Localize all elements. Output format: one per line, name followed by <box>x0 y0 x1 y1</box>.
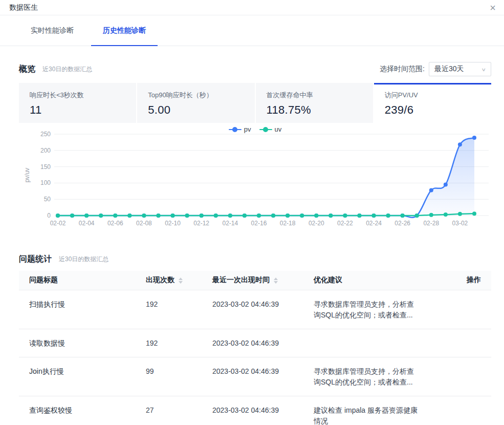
data-point-pv <box>472 136 476 140</box>
stat-card-3[interactable]: 访问PV/UV239/6 <box>374 83 491 123</box>
suggestion-text: 建议检查 impala 服务器资源健康情况 <box>314 405 419 425</box>
column-header-4: 操作 <box>435 271 491 290</box>
issue-count: 192 <box>146 329 212 357</box>
svg-text:02-26: 02-26 <box>395 220 410 227</box>
time-range-select[interactable]: 最近30天 ∨ <box>429 62 491 76</box>
data-point-uv <box>84 214 89 218</box>
data-point-uv <box>271 214 275 218</box>
data-point-uv <box>286 214 290 218</box>
issue-last-time: 2023-03-02 04:46:39 <box>212 357 314 396</box>
svg-text:100: 100 <box>40 179 51 186</box>
data-point-uv <box>185 214 189 218</box>
issues-header: 问题统计 近30日的数据汇总 <box>19 253 491 265</box>
stat-card-value: 11 <box>30 103 136 117</box>
data-point-pv <box>458 142 462 146</box>
stat-card-value: 239/6 <box>385 103 491 117</box>
tab-realtime[interactable]: 实时性能诊断 <box>19 15 85 46</box>
main-content: 概览 近30日的数据汇总 选择时间范围: 最近30天 ∨ 响应时长<3秒次数11… <box>0 61 504 425</box>
data-point-uv <box>314 214 318 218</box>
data-point-uv <box>156 214 160 218</box>
issue-action <box>435 290 491 329</box>
legend-label: uv <box>275 125 282 133</box>
issues-subtitle: 近30日的数据汇总 <box>59 255 108 264</box>
data-point-uv <box>56 214 60 218</box>
chevron-down-icon: ∨ <box>481 67 486 71</box>
data-point-uv <box>372 214 376 218</box>
issues-title: 问题统计 <box>19 254 52 265</box>
legend-marker-icon <box>229 127 242 132</box>
data-point-uv <box>99 214 103 218</box>
stat-card-0[interactable]: 响应时长<3秒次数11 <box>19 83 136 123</box>
data-point-uv <box>300 214 304 218</box>
data-point-uv <box>70 214 74 218</box>
stat-card-2[interactable]: 首次缓存命中率118.75% <box>256 83 373 123</box>
overview-title: 概览 <box>19 64 35 75</box>
legend-item-uv[interactable]: uv <box>259 125 282 133</box>
data-point-uv <box>214 214 218 218</box>
issue-action <box>435 329 491 357</box>
svg-text:02-22: 02-22 <box>337 220 353 227</box>
data-point-uv <box>357 214 361 218</box>
issue-count: 27 <box>146 396 212 425</box>
issue-count: 192 <box>146 290 212 329</box>
data-point-pv <box>429 188 433 192</box>
window-title: 数据医生 <box>9 3 38 12</box>
data-point-uv <box>328 214 333 218</box>
svg-text:150: 150 <box>40 163 51 171</box>
data-point-uv <box>415 214 419 218</box>
svg-text:02-28: 02-28 <box>423 220 439 227</box>
svg-text:02-04: 02-04 <box>79 220 95 227</box>
issues-table-header-row: 问题标题出现次数最近一次出现时间优化建议操作 <box>19 271 491 290</box>
column-header-2[interactable]: 最近一次出现时间 <box>212 271 314 290</box>
issue-last-time: 2023-03-02 04:46:39 <box>212 290 314 329</box>
svg-text:03-02: 03-02 <box>452 220 468 227</box>
issue-title: 扫描执行慢 <box>19 290 146 329</box>
time-range-value: 最近30天 <box>434 65 464 74</box>
issue-action <box>435 396 491 425</box>
data-point-uv <box>343 214 347 218</box>
table-row: 扫描执行慢1922023-03-02 04:46:39寻求数据库管理员支持，分析… <box>19 290 491 329</box>
legend-item-pv[interactable]: pv <box>229 125 251 133</box>
issue-suggestion: 寻求数据库管理员支持，分析查询SQL的优化空间；或者检查... <box>314 290 435 329</box>
issue-title: 查询鉴权较慢 <box>19 396 146 425</box>
column-header-1[interactable]: 出现次数 <box>146 271 212 290</box>
chart-legend: pvuv <box>19 125 491 133</box>
chart-canvas: 050100150200250pv/uv02-0202-0402-0602-08… <box>19 123 491 233</box>
suggestion-text: 寻求数据库管理员支持，分析查询SQL的优化空间；或者检查... <box>314 299 419 321</box>
data-point-uv <box>386 214 390 218</box>
close-icon[interactable]: × <box>490 1 496 15</box>
svg-text:02-14: 02-14 <box>222 220 238 227</box>
stat-card-1[interactable]: Top90响应时长（秒）5.00 <box>137 83 254 123</box>
issue-title: 读取数据慢 <box>19 329 146 357</box>
column-header-0: 问题标题 <box>19 271 146 290</box>
data-point-uv <box>127 214 132 218</box>
svg-text:02-24: 02-24 <box>366 220 382 227</box>
column-label: 问题标题 <box>29 275 58 284</box>
svg-text:50: 50 <box>44 196 51 203</box>
issue-suggestion: 建议检查 impala 服务器资源健康情况 <box>314 396 435 425</box>
overview-subtitle: 近30日的数据汇总 <box>42 65 92 74</box>
svg-text:200: 200 <box>40 147 51 154</box>
stat-cards: 响应时长<3秒次数11Top90响应时长（秒）5.00首次缓存命中率118.75… <box>19 83 491 123</box>
svg-text:02-08: 02-08 <box>136 220 152 227</box>
stat-card-value: 118.75% <box>267 103 373 117</box>
issue-last-time: 2023-03-02 04:46:39 <box>212 396 314 425</box>
pv-uv-chart: pvuv 050100150200250pv/uv02-0202-0402-06… <box>19 123 491 233</box>
issues-table: 问题标题出现次数最近一次出现时间优化建议操作 扫描执行慢1922023-03-0… <box>19 271 491 425</box>
svg-text:02-20: 02-20 <box>309 220 324 227</box>
data-point-uv <box>429 213 433 217</box>
window-titlebar: 数据医生 × <box>0 0 504 15</box>
column-label: 出现次数 <box>146 275 174 284</box>
data-point-uv <box>444 213 448 217</box>
sort-icon[interactable] <box>274 278 278 284</box>
svg-text:02-18: 02-18 <box>280 220 296 227</box>
tab-history[interactable]: 历史性能诊断 <box>91 15 158 46</box>
data-point-uv <box>472 211 476 216</box>
table-row: 查询鉴权较慢272023-03-02 04:46:39建议检查 impala 服… <box>19 396 491 425</box>
issue-suggestion <box>314 329 435 357</box>
svg-text:02-10: 02-10 <box>165 220 181 227</box>
data-point-uv <box>458 212 462 216</box>
sort-icon[interactable] <box>179 278 183 284</box>
issue-suggestion: 寻求数据库管理员支持，分析查询SQL的优化空间；或者检查... <box>314 357 435 396</box>
issue-last-time: 2023-03-02 04:46:39 <box>212 329 314 357</box>
